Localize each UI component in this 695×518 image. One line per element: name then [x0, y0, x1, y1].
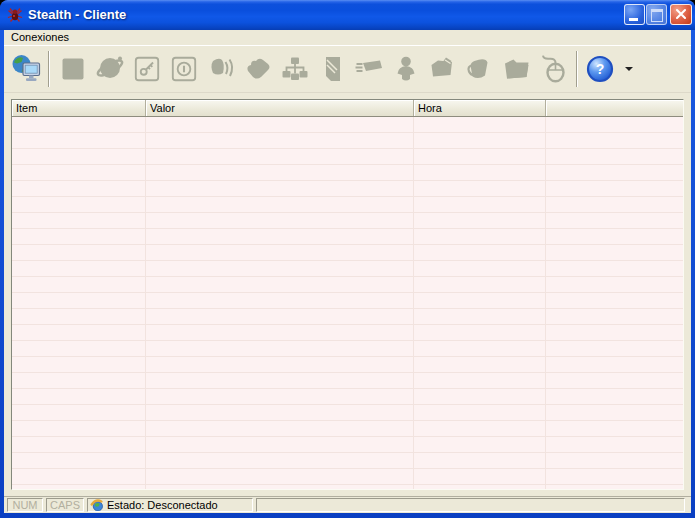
- hand-document-button: [239, 48, 276, 90]
- jug-info-icon: [465, 54, 495, 84]
- status-bar: NUM CAPS Estado: Desconectado: [4, 496, 691, 513]
- help-icon: ?: [586, 55, 614, 83]
- network-nodes-icon: [280, 54, 310, 84]
- notepad-button: [313, 48, 350, 90]
- info-circle-icon: [170, 55, 198, 83]
- minimize-button[interactable]: [624, 4, 645, 25]
- maximize-button[interactable]: [646, 4, 667, 25]
- megaphone-icon: [206, 54, 236, 84]
- close-button[interactable]: [670, 4, 692, 25]
- column-divider: [545, 117, 546, 489]
- menu-bar: Conexiones: [4, 30, 691, 45]
- user-button: [387, 48, 424, 90]
- jug-info-button: [461, 48, 498, 90]
- caps-lock-indicator: CAPS: [46, 498, 84, 512]
- megaphone-button: [202, 48, 239, 90]
- toolbar-separator: [48, 51, 50, 87]
- info-button: [165, 48, 202, 90]
- help-button[interactable]: ?: [582, 48, 618, 90]
- help-dropdown-arrow-icon[interactable]: [625, 67, 633, 71]
- list-body[interactable]: [12, 117, 683, 489]
- user-download-icon: [391, 54, 421, 84]
- window-title: Stealth - Cliente: [28, 0, 126, 30]
- column-divider: [413, 117, 414, 489]
- network-button: [276, 48, 313, 90]
- column-header-item[interactable]: Item: [12, 100, 146, 116]
- svg-text:?: ?: [596, 61, 605, 77]
- column-header-valor[interactable]: Valor: [146, 100, 414, 116]
- planet-icon: [95, 54, 125, 84]
- folder-edit-icon: [428, 54, 458, 84]
- app-spider-icon: [7, 7, 23, 23]
- folder-edit-button: [424, 48, 461, 90]
- column-header-empty[interactable]: [546, 100, 683, 116]
- list-header: Item Valor Hora: [12, 100, 683, 117]
- send-button: [350, 48, 387, 90]
- stop-square-icon: [58, 54, 88, 84]
- key-icon: [133, 55, 161, 83]
- column-divider: [145, 117, 146, 489]
- folder-icon: [502, 54, 532, 84]
- toolbar-separator: [576, 51, 578, 87]
- menu-conexiones[interactable]: Conexiones: [4, 30, 75, 43]
- key-button: [128, 48, 165, 90]
- close-x-icon: [671, 5, 691, 24]
- folder-button: [498, 48, 535, 90]
- phone-globe-icon: [90, 498, 104, 512]
- connection-status-pane: Estado: Desconectado: [87, 498, 253, 512]
- connection-log-listview[interactable]: Item Valor Hora: [11, 99, 684, 490]
- hand-document-icon: [243, 54, 273, 84]
- num-lock-indicator: NUM: [7, 498, 43, 512]
- send-fast-icon: [354, 54, 384, 84]
- toolbar: ?: [4, 45, 691, 93]
- connect-button[interactable]: [8, 48, 44, 90]
- planet-button: [91, 48, 128, 90]
- app-window: Stealth - Cliente Conexiones: [0, 0, 695, 518]
- mouse-button: [535, 48, 572, 90]
- stop-button: [54, 48, 91, 90]
- status-bar-filler-pane: [256, 498, 685, 512]
- mouse-icon: [539, 54, 569, 84]
- notepad-icon: [317, 54, 347, 84]
- client-area: Conexiones: [4, 30, 691, 513]
- title-bar[interactable]: Stealth - Cliente: [0, 0, 695, 30]
- connect-computer-icon: [11, 54, 41, 84]
- column-header-hora[interactable]: Hora: [414, 100, 546, 116]
- connection-status-text: Estado: Desconectado: [107, 500, 218, 511]
